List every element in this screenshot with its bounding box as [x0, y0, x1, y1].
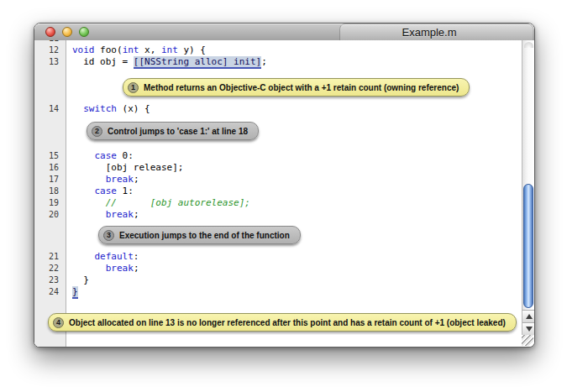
- line-number: 24: [34, 286, 66, 298]
- line-number: 19: [34, 197, 66, 209]
- close-button-icon[interactable]: [45, 27, 55, 37]
- line-number: 15: [34, 150, 66, 162]
- code-line: 22 break;: [34, 263, 522, 274]
- scrollbar-thumb[interactable]: [523, 184, 533, 308]
- code-line: 24}: [34, 286, 522, 298]
- code-line: 17 break;: [34, 174, 522, 186]
- line-number: 16: [34, 162, 66, 174]
- line-number: 17: [34, 174, 66, 186]
- line-number: 20: [34, 209, 66, 221]
- resize-grip-icon[interactable]: [522, 335, 533, 346]
- code-text: break;: [66, 263, 139, 274]
- bubble-number-badge: 3: [103, 230, 114, 241]
- bubble-text: Control jumps to 'case 1:' at line 18: [108, 127, 248, 136]
- code-line: 18 case 1:: [34, 186, 522, 197]
- bubble-text: Execution jumps to the end of the functi…: [119, 231, 290, 240]
- arrow-up-icon: [526, 314, 533, 319]
- bubble-number-badge: 2: [92, 126, 102, 137]
- code-text: void foo(int x, int y) {: [66, 44, 206, 56]
- code-text: break;: [66, 174, 139, 186]
- line-number: 21: [34, 251, 66, 263]
- code-line: 14 switch (x) {: [34, 103, 522, 115]
- code-text: [obj release];: [66, 162, 183, 174]
- bubble-text: Method returns an Objective-C object wit…: [144, 83, 459, 92]
- code-line: 20 break;: [34, 209, 522, 221]
- analyzer-bubble-4: 4Object allocated on line 13 is no longe…: [48, 313, 517, 332]
- code-text: // [obj autorelease];: [66, 197, 250, 209]
- arrow-down-icon: [526, 327, 533, 332]
- title-bar[interactable]: Example.m: [34, 24, 534, 41]
- scrollbar-track-cap: [524, 42, 533, 48]
- editor-content[interactable]: 1112void foo(int x, int y) {13 id obj = …: [34, 40, 534, 347]
- line-number: 12: [34, 44, 66, 56]
- analyzer-bubble-2: 2Control jumps to 'case 1:' at line 18: [87, 122, 259, 140]
- code-text: default:: [66, 251, 139, 263]
- code-text: case 1:: [66, 186, 134, 197]
- code-line: 21 default:: [34, 251, 522, 263]
- line-number: 18: [34, 186, 66, 197]
- scroll-down-button[interactable]: [522, 322, 534, 335]
- bubble-text: Object allocated on line 13 is no longer…: [69, 318, 506, 327]
- zoom-button-icon[interactable]: [79, 27, 89, 37]
- bubble-number-badge: 1: [128, 82, 139, 93]
- analyzer-bubble-1: 1Method returns an Objective-C object wi…: [123, 78, 470, 97]
- code-text: id obj = [[NSString alloc] init];: [66, 56, 267, 68]
- code-text: case 0:: [66, 150, 134, 162]
- bubble-number-badge: 4: [53, 317, 64, 328]
- code-line: 19 // [obj autorelease];: [34, 197, 522, 209]
- line-number: 13: [34, 56, 66, 68]
- code-text: }: [66, 274, 89, 286]
- code-line: 15 case 0:: [34, 150, 522, 162]
- scroll-up-button[interactable]: [522, 310, 534, 322]
- minimize-button-icon[interactable]: [62, 27, 72, 37]
- code-text: switch (x) {: [66, 103, 150, 115]
- code-line: 12void foo(int x, int y) {: [34, 44, 522, 56]
- code-text: }: [66, 286, 78, 298]
- line-number: 23: [34, 274, 66, 286]
- vertical-scrollbar[interactable]: [522, 40, 534, 335]
- code-line: 13 id obj = [[NSString alloc] init];: [34, 56, 522, 68]
- code-line: 16 [obj release];: [34, 162, 522, 174]
- line-number: 22: [34, 263, 66, 274]
- code-flow: 1112void foo(int x, int y) {13 id obj = …: [34, 40, 522, 335]
- window-title: Example.m: [375, 26, 484, 39]
- analyzer-bubble-3: 3Execution jumps to the end of the funct…: [98, 226, 301, 244]
- document-window: Example.m 1112void foo(int x, int y) {13…: [34, 23, 535, 348]
- code-line: 23 }: [34, 274, 522, 286]
- line-number: 14: [34, 103, 66, 115]
- code-text: break;: [66, 209, 139, 221]
